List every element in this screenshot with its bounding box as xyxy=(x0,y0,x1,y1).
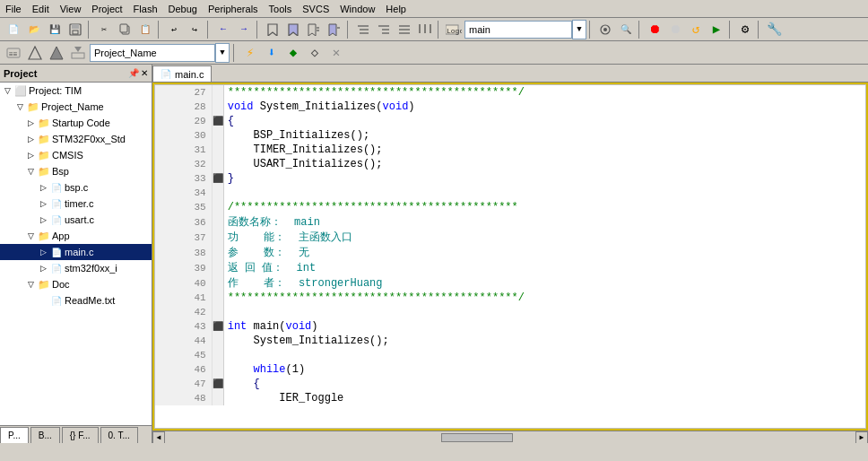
app-expand[interactable]: ▽ xyxy=(25,230,36,241)
scroll-right[interactable]: ▶ xyxy=(855,431,868,444)
tree-readme[interactable]: ▷ 📄 ReadMe.txt xyxy=(0,292,152,309)
paste-btn[interactable]: 📋 xyxy=(135,20,155,39)
line-marker-44 xyxy=(212,334,223,348)
tree-bsp-c[interactable]: ▷ 📄 bsp.c xyxy=(0,179,152,196)
tree-startup-code[interactable]: ▷ 📁 Startup Code xyxy=(0,115,152,131)
tree-usart-c[interactable]: ▷ 📄 usart.c xyxy=(0,212,152,228)
copy-btn[interactable] xyxy=(115,20,135,39)
undo-btn[interactable]: ↩ xyxy=(164,20,184,39)
flash-settings-btn[interactable]: ⚡ xyxy=(240,43,260,63)
menu-file[interactable]: File xyxy=(0,2,27,16)
build-target-icon: Logo xyxy=(444,20,464,39)
reset-btn[interactable]: ↺ xyxy=(686,20,706,39)
tree-stm32-i[interactable]: ▷ 📄 stm32f0xx_i xyxy=(0,260,152,276)
indent2-btn[interactable] xyxy=(374,20,394,39)
stm32-i-expand[interactable]: ▷ xyxy=(38,263,48,274)
bsp-expand[interactable]: ▽ xyxy=(25,166,36,177)
rebuild-btn[interactable] xyxy=(47,43,66,63)
code-editor[interactable]: 27 *************************************… xyxy=(154,84,866,429)
flash-erase-btn[interactable]: ◆ xyxy=(283,43,303,63)
line-marker-28 xyxy=(212,100,223,114)
bookmark2-btn[interactable] xyxy=(283,20,303,39)
indent3-btn[interactable] xyxy=(395,20,414,39)
code-line-48: IER_Toggle xyxy=(223,391,865,405)
menu-peripherals[interactable]: Peripherals xyxy=(203,2,264,16)
debug-run-btn[interactable]: ▶ xyxy=(707,20,726,39)
stm32-expand[interactable]: ▷ xyxy=(25,134,36,144)
menu-tools[interactable]: Tools xyxy=(264,2,298,16)
nav-fwd-btn[interactable]: → xyxy=(234,20,254,39)
tab-templates[interactable]: 0. T... xyxy=(100,427,138,443)
batch-build-btn[interactable] xyxy=(68,43,88,63)
tree-project-name[interactable]: ▽ 📁 Project_Name xyxy=(0,99,152,115)
flash-clear-btn[interactable]: ✕ xyxy=(326,43,346,63)
usart-c-expand[interactable]: ▷ xyxy=(38,214,48,225)
build-btn[interactable] xyxy=(25,43,45,63)
table-row: 28 void System_Initializes(void) xyxy=(155,100,865,114)
bsp-folder-icon: 📁 xyxy=(38,165,50,178)
bookmark-btn[interactable] xyxy=(263,20,282,39)
menu-view[interactable]: View xyxy=(55,2,87,16)
tab-books[interactable]: B... xyxy=(30,427,60,443)
menu-help[interactable]: Help xyxy=(380,2,412,16)
open-btn[interactable]: 📂 xyxy=(24,20,44,39)
bsp-c-expand[interactable]: ▷ xyxy=(38,182,48,193)
scroll-thumb[interactable] xyxy=(441,433,513,442)
new-btn[interactable]: 📄 xyxy=(4,20,23,39)
tree-main-c[interactable]: ▷ 📄 main.c xyxy=(0,244,152,260)
tab-functions[interactable]: {} F... xyxy=(62,427,99,443)
tools-btn1[interactable] xyxy=(595,20,615,39)
root-expand[interactable]: ▽ xyxy=(2,85,13,96)
build-target-dropdown[interactable]: main xyxy=(464,21,572,39)
startup-expand[interactable]: ▷ xyxy=(25,117,36,128)
menu-window[interactable]: Window xyxy=(334,2,380,16)
tree-doc-folder[interactable]: ▽ 📁 Doc xyxy=(0,276,152,292)
menu-svcs[interactable]: SVCS xyxy=(297,2,334,16)
tree-timer-c[interactable]: ▷ 📄 timer.c xyxy=(0,196,152,212)
tree-bsp-folder[interactable]: ▽ 📁 Bsp xyxy=(0,163,152,179)
scroll-left[interactable]: ◀ xyxy=(152,431,165,444)
close-icon[interactable]: ✕ xyxy=(141,68,148,78)
settings-btn[interactable]: ⚙ xyxy=(735,20,755,39)
flash-download-btn[interactable]: ⬇ xyxy=(262,43,282,63)
menu-project[interactable]: Project xyxy=(86,2,127,16)
doc-folder-icon: 📁 xyxy=(38,278,50,291)
run-btn[interactable]: ⏺ xyxy=(645,20,664,39)
indent4-btn[interactable]: ||| xyxy=(415,20,435,39)
code-tab-main-c[interactable]: 📄 main.c xyxy=(152,65,212,82)
tools-btn2[interactable]: 🔍 xyxy=(616,20,636,39)
indent-btn[interactable] xyxy=(353,20,373,39)
tree-stm32-std[interactable]: ▷ 📁 STM32F0xx_Std xyxy=(0,131,152,147)
cut-btn[interactable]: ✂ xyxy=(94,20,114,39)
dropdown-arrow[interactable]: ▼ xyxy=(572,20,586,39)
tree-cmsis[interactable]: ▷ 📁 CMSIS xyxy=(0,147,152,163)
extra-btn[interactable]: 🔧 xyxy=(764,20,784,39)
compile-btn[interactable]: ≡≡ xyxy=(4,43,23,63)
menu-flash[interactable]: Flash xyxy=(128,2,163,16)
doc-expand[interactable]: ▽ xyxy=(25,279,36,290)
main-c-expand[interactable]: ▷ xyxy=(38,247,48,257)
menu-edit[interactable]: Edit xyxy=(27,2,55,16)
project-expand[interactable]: ▽ xyxy=(14,101,25,112)
save-btn[interactable]: 💾 xyxy=(45,20,65,39)
svg-marker-26 xyxy=(74,47,82,52)
line-num-33: 33 xyxy=(155,171,212,186)
pin-icon[interactable]: 📌 xyxy=(128,68,139,78)
horizontal-scrollbar[interactable]: ◀ ▶ xyxy=(152,431,868,443)
timer-c-expand[interactable]: ▷ xyxy=(38,198,48,209)
tab-project[interactable]: P... xyxy=(0,427,29,443)
menu-debug[interactable]: Debug xyxy=(163,2,203,16)
bookmark3-btn[interactable] xyxy=(304,20,324,39)
tree-root[interactable]: ▽ ⬜ Project: TIM xyxy=(0,83,152,99)
bookmark4-btn[interactable] xyxy=(325,20,344,39)
redo-btn[interactable]: ↪ xyxy=(185,20,204,39)
flash-extra-btn[interactable]: ◇ xyxy=(305,43,325,63)
project-dropdown-arrow[interactable]: ▼ xyxy=(215,43,230,63)
stop-btn[interactable]: ⏺ xyxy=(665,20,685,39)
tree-app-folder[interactable]: ▽ 📁 App xyxy=(0,228,152,244)
cmsis-expand[interactable]: ▷ xyxy=(25,150,36,161)
nav-back-btn[interactable]: ← xyxy=(213,20,233,39)
project-selector[interactable]: Project_Name xyxy=(90,44,215,62)
scroll-track[interactable] xyxy=(167,433,854,442)
save-all-btn[interactable] xyxy=(65,20,85,39)
